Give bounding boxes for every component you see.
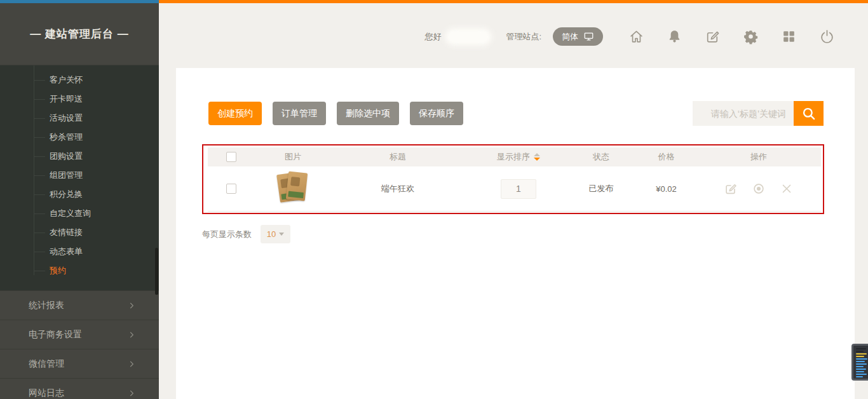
row-price: ¥0.02 [630,184,703,194]
sidebar-item-friend-links[interactable]: 友情链接 [0,223,159,242]
product-thumbnail[interactable] [277,171,309,206]
sidebar-section-label: 网站日志 [29,388,64,399]
header-icon-bar [628,29,835,44]
delete-selected-button[interactable]: 删除选中项 [337,102,399,125]
username-redacted [447,30,489,43]
annotation-highlight-box: 图片 标题 显示排序 状态 价格 操作 端午狂欢 [202,144,824,214]
sidebar-section-label: 微信管理 [29,358,64,370]
col-header-title: 标题 [331,151,465,163]
sidebar-item-activity-settings[interactable]: 活动设置 [0,109,159,128]
create-reservation-button[interactable]: 创建预约 [208,102,262,125]
minimized-window-widget[interactable] [851,344,868,381]
order-management-button[interactable]: 订单管理 [273,102,326,125]
sidebar-item-card-gift[interactable]: 开卡即送 [0,90,159,109]
bell-icon[interactable] [667,29,682,44]
sidebar-item-flash-sale[interactable]: 秒杀管理 [0,128,159,147]
search-input[interactable] [693,101,794,126]
edit-row-icon[interactable] [724,182,738,196]
edit-icon[interactable] [705,29,721,44]
sidebar-item-customer-care[interactable]: 客户关怀 [0,71,159,90]
col-header-price: 价格 [630,151,703,163]
sort-desc-icon[interactable] [534,158,540,161]
sort-order-input[interactable] [501,179,536,199]
delete-x-icon[interactable] [780,182,794,196]
sidebar-item-reservation[interactable]: 预约 [0,261,159,280]
home-icon[interactable] [628,29,644,44]
row-checkbox[interactable] [226,184,236,194]
chevron-down-icon [279,233,284,236]
col-header-actions: 操作 [703,151,815,163]
apps-grid-icon[interactable] [781,29,797,44]
search-icon [801,105,817,122]
power-icon[interactable] [819,29,835,44]
save-order-button[interactable]: 保存顺序 [410,102,463,125]
sidebar-item-group-management[interactable]: 组团管理 [0,166,159,185]
sidebar: — 建站管理后台 — 客户关怀 开卡即送 活动设置 秒杀管理 团购设置 组团管理… [0,3,159,399]
app-logo-title: — 建站管理后台 — [0,3,159,65]
top-header: 您好 管理站点: 简体 [159,3,868,67]
row-title: 端午狂欢 [331,183,465,194]
sidebar-section-ecommerce[interactable]: 电子商务设置 [0,320,159,349]
sidebar-section-label: 电子商务设置 [29,329,82,341]
page-size-value: 10 [267,229,276,239]
sidebar-submenu-panel: 客户关怀 开卡即送 活动设置 秒杀管理 团购设置 组团管理 积分兑换 自定义查询… [0,65,159,290]
product-pack-front [286,172,308,201]
pagination: 每页显示条数 10 [202,225,290,243]
col-header-image: 图片 [255,151,331,163]
col-header-sort[interactable]: 显示排序 [465,151,573,163]
content-card: 创建预约 订单管理 删除选中项 保存顺序 图片 标题 显示排序 状态 价格 操作 [176,68,855,399]
gear-icon[interactable] [743,29,759,44]
monitor-icon [583,32,594,41]
search-box [693,101,824,126]
sidebar-sections: 统计报表 电子商务设置 微信管理 网站日志 [0,290,159,399]
sidebar-scrollbar-thumb[interactable] [155,248,158,295]
sort-asc-icon[interactable] [534,153,540,156]
preview-eye-icon[interactable] [752,182,766,196]
sort-arrows-icon[interactable] [534,153,540,161]
sidebar-submenu: 客户关怀 开卡即送 活动设置 秒杀管理 团购设置 组团管理 积分兑换 自定义查询… [0,65,159,280]
page-size-label: 每页显示条数 [202,229,252,240]
greeting-label: 您好 [424,31,441,43]
sort-column-label: 显示排序 [497,151,530,163]
language-site-button[interactable]: 简体 [553,27,603,46]
select-all-checkbox[interactable] [226,152,236,162]
chevron-right-icon [127,330,136,339]
manage-site-label: 管理站点: [506,31,541,43]
search-button[interactable] [794,101,824,126]
sidebar-section-wechat[interactable]: 微信管理 [0,349,159,378]
language-label: 简体 [562,31,578,43]
row-status: 已发布 [573,183,630,194]
sidebar-item-points-exchange[interactable]: 积分兑换 [0,185,159,204]
sidebar-item-dynamic-forms[interactable]: 动态表单 [0,242,159,261]
chevron-right-icon [127,389,136,398]
toolbar: 创建预约 订单管理 删除选中项 保存顺序 [208,102,463,125]
chevron-right-icon [127,360,136,369]
page-size-select[interactable]: 10 [261,225,290,243]
sidebar-section-label: 统计报表 [29,300,64,311]
table-row: 端午狂欢 已发布 ¥0.02 [208,166,821,212]
sidebar-section-statistics[interactable]: 统计报表 [0,290,159,320]
col-header-status: 状态 [573,151,630,163]
sidebar-section-site-log[interactable]: 网站日志 [0,378,159,399]
sidebar-item-groupbuy-settings[interactable]: 团购设置 [0,147,159,166]
sidebar-item-custom-query[interactable]: 自定义查询 [0,204,159,223]
chevron-right-icon [127,301,136,310]
table-header-row: 图片 标题 显示排序 状态 价格 操作 [208,147,821,166]
